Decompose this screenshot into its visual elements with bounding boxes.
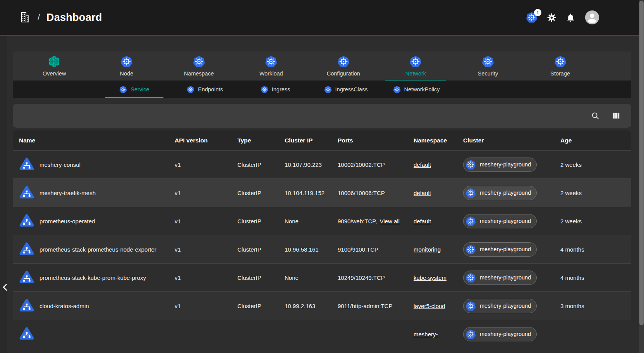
- subtab-label: Service: [131, 86, 149, 93]
- table-row[interactable]: meshery- meshery-playground: [13, 320, 631, 348]
- service-name: prometheus-stack-kube-prom-kube-proxy: [39, 274, 146, 281]
- kubernetes-icon: [337, 55, 350, 68]
- table-row[interactable]: meshery-traefik-mesh v1 ClusterIP 10.104…: [13, 178, 631, 207]
- cluster-ip: 10.107.90.223: [285, 161, 338, 168]
- breadcrumb-separator: /: [38, 13, 40, 22]
- namespace-link[interactable]: default: [414, 218, 431, 224]
- subtab-label: Endpoints: [198, 86, 223, 93]
- header-divider: [0, 35, 644, 36]
- kubernetes-icon: [409, 55, 422, 68]
- namespace-link[interactable]: kube-system: [414, 274, 447, 281]
- kubernetes-icon: [465, 188, 476, 198]
- tab-storage[interactable]: Storage: [524, 51, 596, 81]
- cluster-ip: None: [285, 218, 338, 224]
- expand-drawer-button[interactable]: [0, 281, 10, 293]
- cluster-chip[interactable]: meshery-playground: [463, 242, 537, 257]
- scrollbar-thumb[interactable]: [639, 1, 644, 325]
- kubernetes-icon: [465, 272, 476, 283]
- kubernetes-icon: [119, 86, 127, 93]
- tab-namespace[interactable]: Namespace: [163, 51, 235, 81]
- subtab-networkpolicy[interactable]: NetworkPolicy: [381, 81, 452, 98]
- column-header-ports[interactable]: Ports: [338, 137, 414, 144]
- cluster-chip[interactable]: meshery-playground: [463, 271, 537, 285]
- service-type: ClusterIP: [237, 218, 285, 224]
- ports: 9011/http-admin:TCP: [338, 303, 392, 309]
- namespace-link[interactable]: monitoring: [414, 246, 441, 253]
- cluster-ip: 10.104.119.152: [285, 190, 338, 196]
- kubernetes-connections-button[interactable]: 1: [526, 12, 538, 23]
- kubernetes-icon: [120, 55, 133, 68]
- subtab-label: Ingress: [272, 86, 290, 93]
- namespace-link[interactable]: layer5-cloud: [414, 303, 445, 309]
- table-row[interactable]: prometheus-stack-prometheus-node-exporte…: [13, 235, 631, 263]
- subtab-service[interactable]: Service: [99, 81, 170, 98]
- service-type: ClusterIP: [237, 161, 285, 168]
- page-title: Dashboard: [46, 12, 102, 24]
- column-header-apiversion[interactable]: API version: [175, 137, 237, 144]
- cluster-chip[interactable]: meshery-playground: [463, 327, 537, 341]
- subtab-label: NetworkPolicy: [404, 86, 440, 93]
- view-columns-button[interactable]: [612, 111, 620, 120]
- column-header-age[interactable]: Age: [560, 137, 631, 144]
- tab-overview[interactable]: Overview: [18, 51, 91, 81]
- tab-network[interactable]: Network: [380, 51, 452, 81]
- namespace-link[interactable]: meshery-: [414, 331, 438, 338]
- namespace-link[interactable]: default: [414, 161, 431, 168]
- avatar-icon: [585, 10, 599, 25]
- api-version: v1: [175, 246, 237, 253]
- column-header-namespace[interactable]: Namespace: [414, 137, 463, 144]
- service-name: meshery-traefik-mesh: [39, 190, 96, 196]
- service-icon: [19, 298, 34, 314]
- kubernetes-icon: [265, 55, 277, 68]
- age: 4 months: [560, 246, 631, 253]
- cluster-chip[interactable]: meshery-playground: [463, 186, 537, 200]
- table-body: meshery-consul v1 ClusterIP 10.107.90.22…: [13, 150, 631, 348]
- meshery-icon: [48, 55, 60, 68]
- kubernetes-icon: [465, 301, 476, 311]
- organization-building-icon[interactable]: [19, 11, 31, 24]
- table-row[interactable]: cloud-kratos-admin v1 ClusterIP 10.99.2.…: [13, 291, 631, 320]
- table-header-row: Name API version Type Cluster IP Ports N…: [13, 130, 631, 150]
- tab-security[interactable]: Security: [452, 51, 524, 81]
- header-actions: 1: [526, 10, 599, 25]
- kubernetes-icon: [193, 55, 205, 68]
- cluster-chip[interactable]: meshery-playground: [463, 299, 537, 313]
- cluster-name: meshery-playground: [480, 190, 531, 196]
- subtab-ingressclass[interactable]: IngressClass: [311, 81, 381, 98]
- service-name: cloud-kratos-admin: [39, 303, 89, 309]
- subtab-endpoints[interactable]: Endpoints: [170, 81, 240, 98]
- user-avatar[interactable]: [585, 10, 599, 25]
- tab-configuration[interactable]: Configuration: [307, 51, 380, 81]
- chevron-left-icon: [0, 281, 10, 293]
- subtab-ingress[interactable]: Ingress: [240, 81, 311, 98]
- settings-button[interactable]: [547, 13, 556, 22]
- service-name: prometheus-operated: [39, 218, 95, 224]
- ports: 10002/10002:TCP: [338, 161, 385, 168]
- table-row[interactable]: prometheus-stack-kube-prom-kube-proxy v1…: [13, 263, 631, 291]
- view-all-link[interactable]: View all: [380, 218, 399, 224]
- column-header-name[interactable]: Name: [19, 137, 175, 144]
- cluster-chip[interactable]: meshery-playground: [463, 158, 537, 172]
- column-header-clusterip[interactable]: Cluster IP: [285, 137, 338, 144]
- namespace-link[interactable]: default: [414, 190, 431, 196]
- table-row[interactable]: meshery-consul v1 ClusterIP 10.107.90.22…: [13, 150, 631, 178]
- cluster-ip: 10.96.58.161: [285, 246, 338, 253]
- tab-label: Network: [405, 70, 426, 77]
- tab-label: Workload: [259, 70, 283, 77]
- kubernetes-icon: [554, 55, 567, 68]
- table-toolbar: [13, 104, 631, 128]
- notifications-button[interactable]: [566, 13, 575, 22]
- column-header-cluster[interactable]: Cluster: [463, 137, 560, 144]
- table-row[interactable]: prometheus-operated v1 ClusterIP None 90…: [13, 207, 631, 235]
- column-header-type[interactable]: Type: [237, 137, 285, 144]
- cluster-chip[interactable]: meshery-playground: [463, 214, 537, 228]
- scrollbar[interactable]: [639, 0, 644, 353]
- cluster-name: meshery-playground: [480, 161, 531, 168]
- tab-workload[interactable]: Workload: [235, 51, 307, 81]
- search-button[interactable]: [591, 111, 599, 120]
- tab-label: Node: [120, 70, 134, 77]
- bell-icon: [566, 13, 575, 22]
- ports: 10006/10006:TCP: [338, 190, 385, 196]
- api-version: v1: [175, 161, 237, 168]
- tab-node[interactable]: Node: [91, 51, 163, 81]
